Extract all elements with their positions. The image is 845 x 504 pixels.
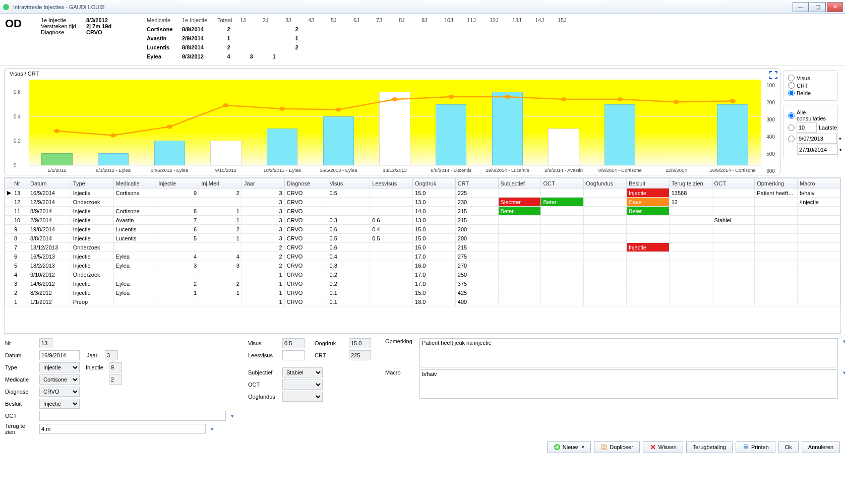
radio-visus[interactable]: Visus: [788, 75, 833, 81]
table-row[interactable]: 616/5/2013InjectieEylea442CRVO0.417.0275: [5, 252, 840, 261]
data-table[interactable]: NrDatumTypeMedicatieInjectieInj MedJaarD…: [4, 177, 841, 334]
nr-field: [39, 338, 52, 348]
bottom-bar: Nieuw▾ Dupliceer Wissen Terugbetaling Pr…: [0, 438, 845, 458]
plus-icon: [554, 444, 561, 451]
injectie-nr: [109, 362, 122, 372]
visus-field: [282, 338, 305, 348]
svg-rect-17: [744, 446, 748, 449]
table-row[interactable]: ▶1316/9/2014InjectieCortisone923CRVO0.51…: [5, 188, 840, 198]
table-row[interactable]: 49/10/2012Onderzoek1CRVO0.217.0250: [5, 270, 840, 279]
radio-all[interactable]: Alle consultaties: [788, 109, 833, 121]
diagnose-value: CRVO: [86, 29, 137, 35]
table-row[interactable]: 28/3/2012InjectieEylea111CRVO0.115.0425: [5, 288, 840, 297]
chart-controls: Visus CRT Beide Alle consultaties Laatst…: [780, 68, 841, 175]
subjectief-select[interactable]: Stabiel: [282, 367, 323, 377]
oogfundus-select[interactable]: [282, 392, 323, 402]
crt-field: [349, 350, 371, 360]
close-button[interactable]: ✕: [827, 2, 843, 12]
date-from[interactable]: [797, 134, 837, 144]
form-panel: Nr DatumJaar TypeInjectieInjectie Medica…: [0, 335, 845, 438]
date-to[interactable]: [797, 145, 837, 155]
nieuw-button[interactable]: Nieuw▾: [547, 441, 591, 453]
oogdruk-field: [349, 338, 371, 348]
terug-field[interactable]: [39, 424, 206, 434]
title-bar: Intravitreale Injecties - GAUDI LOUIS — …: [0, 0, 845, 14]
mode-group: Visus CRT Beide: [783, 70, 838, 101]
first-injection-value: 8/3/2012: [86, 17, 137, 23]
table-row[interactable]: 11/1/2012Preop1CRVO0.118.0400: [5, 297, 840, 306]
oct-text[interactable]: [39, 411, 226, 421]
chevron-down-icon[interactable]: ▾: [843, 369, 845, 376]
maximize-button[interactable]: ▢: [810, 2, 826, 12]
radio-laatste[interactable]: Laatste: [788, 122, 833, 133]
app-icon: [2, 3, 10, 11]
type-select[interactable]: Injectie: [39, 362, 80, 372]
diagnose-select[interactable]: CRVO: [39, 387, 80, 397]
dupliceer-button[interactable]: Dupliceer: [594, 441, 639, 453]
chevron-down-icon[interactable]: ▾: [211, 426, 214, 432]
window-title: Intravitreale Injecties - GAUDI LOUIS: [13, 4, 792, 10]
table-row[interactable]: 314/6/2012InjectieEylea221CRVO0.217.0375: [5, 279, 840, 288]
table-row[interactable]: 919/8/2014InjectieLucentis623CRVO0.60.41…: [5, 225, 840, 234]
table-row[interactable]: 118/9/2014InjectieCortisone813CRVO14.021…: [5, 207, 840, 216]
injmed-field: [109, 374, 122, 385]
medicatie-select[interactable]: Cortisone: [39, 374, 80, 385]
table-row[interactable]: 713/12/2013Onderzoek2CRVO0.615.0215Injec…: [5, 243, 840, 252]
chevron-down-icon[interactable]: ▾: [843, 338, 845, 345]
table-row[interactable]: 518/2/2013InjectieEylea332CRVO0.316.0270: [5, 261, 840, 270]
table-row[interactable]: 1212/9/2014Onderzoek3CRVO13.0230Slechter…: [5, 198, 840, 207]
svg-point-0: [3, 4, 9, 10]
copy-icon: [600, 444, 608, 451]
range-group: Alle consultaties Laatste ▾ ▾: [783, 105, 838, 159]
radio-beide[interactable]: Beide: [788, 90, 833, 96]
laatste-count[interactable]: [797, 122, 817, 133]
chevron-down-icon[interactable]: ▾: [231, 413, 234, 419]
annuleren-button[interactable]: Annuleren: [802, 441, 840, 453]
chart-title: Visus / CRT: [10, 71, 39, 77]
besluit-select[interactable]: Injectie: [39, 399, 80, 409]
elapsed-value: 2j 7m 19d: [86, 23, 137, 29]
delete-icon: [649, 444, 656, 451]
header-panel: OD 1e Injectie8/3/2012 Verstreken tijd2j…: [0, 14, 845, 66]
table-row[interactable]: 102/9/2014InjectieAvastin713CRVO0.30.613…: [5, 216, 840, 225]
svg-rect-18: [744, 445, 747, 446]
macro-text[interactable]: [419, 369, 838, 399]
chart-box: Visus / CRT 00.20.40.6100200300400500600…: [4, 68, 780, 175]
oct-select[interactable]: [282, 380, 323, 390]
eye-label: OD: [5, 17, 22, 62]
opmerking-text[interactable]: [419, 338, 838, 367]
wissen-button[interactable]: Wissen: [643, 441, 683, 453]
table-row[interactable]: 88/8/2014InjectieLucentis513CRVO0.50.515…: [5, 234, 840, 243]
terugbetaling-button[interactable]: Terugbetaling: [686, 441, 733, 453]
radio-date-from[interactable]: ▾: [788, 134, 833, 144]
ok-button[interactable]: Ok: [778, 441, 799, 453]
printen-button[interactable]: Printen: [736, 441, 775, 453]
jaar-field: [105, 350, 118, 360]
fullscreen-icon[interactable]: [769, 71, 778, 81]
leesvisus-field[interactable]: [282, 350, 305, 360]
radio-crt[interactable]: CRT: [788, 82, 833, 89]
printer-icon: [742, 444, 749, 451]
medication-summary-table: MedicatieCortisoneAvastinLucentisEylea1e…: [147, 17, 580, 62]
datum-field[interactable]: [39, 350, 80, 360]
minimize-button[interactable]: —: [793, 2, 809, 12]
